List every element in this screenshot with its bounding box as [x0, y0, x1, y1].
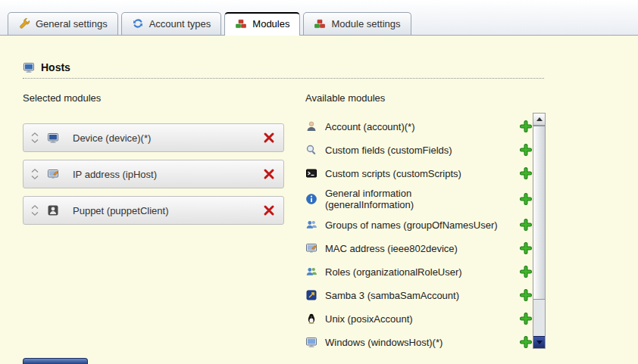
modules-icon — [235, 17, 247, 30]
available-module-row-custom-fields: Custom fields (customFields) — [305, 141, 533, 159]
info-icon — [305, 193, 317, 205]
groups-icon — [305, 219, 317, 231]
drag-handle-icon[interactable] — [31, 132, 40, 143]
available-module-row-custom-scripts: Custom scripts (customScripts) — [305, 164, 533, 182]
available-module-row-roles: Roles (organizationalRoleUser) — [305, 263, 533, 281]
available-module-row-groups-of-names: Groups of names (groupOfNamesUser) — [305, 216, 533, 234]
tab-label: Module settings — [331, 18, 400, 30]
available-module-row-samba-3: Samba 3 (sambaSamAccount) — [305, 286, 533, 304]
available-module-row-general-information: General information (generalInformation) — [305, 188, 533, 210]
add-module-button[interactable] — [519, 218, 533, 232]
selected-module-label: Puppet (puppetClient) — [73, 205, 262, 216]
host-monitor-icon — [23, 61, 35, 73]
unix-icon — [305, 313, 317, 325]
selected-modules-column: Selected modules Device (device)(*) — [23, 92, 288, 349]
scroll-down-arrow-icon — [536, 341, 543, 344]
tab-label: Account types — [149, 18, 211, 30]
available-module-label: Unix (posixAccount) — [325, 313, 498, 325]
available-module-label: Custom scripts (customScripts) — [325, 168, 498, 179]
scroll-up-arrow-icon — [536, 117, 543, 121]
available-module-row-account: Account (account)(*) — [305, 117, 533, 135]
add-module-button[interactable] — [519, 143, 533, 157]
tab-modules[interactable]: Modules — [224, 12, 300, 36]
module-settings-icon — [314, 17, 326, 30]
remove-module-button[interactable] — [262, 204, 276, 217]
add-module-button[interactable] — [519, 241, 533, 255]
module-configuration-page: General settings Account types Modules M… — [0, 0, 638, 364]
tab-label: General settings — [36, 18, 108, 30]
device-icon — [47, 132, 59, 144]
puppet-icon — [47, 204, 59, 216]
available-module-label: Roles (organizationalRoleUser) — [325, 266, 498, 278]
module-columns: Selected modules Device (device)(*) — [23, 92, 615, 349]
available-module-label: Samba 3 (sambaSamAccount) — [325, 290, 498, 301]
add-module-button[interactable] — [519, 166, 533, 180]
section-header-hosts: Hosts — [23, 61, 544, 79]
available-module-row-windows: Windows (windowsHost)(*) — [305, 333, 533, 349]
tab-bar: General settings Account types Modules M… — [0, 0, 638, 36]
add-module-button[interactable] — [519, 312, 533, 325]
available-module-row-unix: Unix (posixAccount) — [305, 310, 533, 328]
custom-scripts-icon — [305, 167, 317, 179]
selected-module-label: IP address (ipHost) — [73, 169, 262, 180]
tab-account-types[interactable]: Account types — [121, 12, 222, 35]
selected-modules-heading: Selected modules — [23, 92, 288, 104]
tab-general-settings[interactable]: General settings — [8, 12, 118, 35]
drag-handle-icon[interactable] — [31, 169, 40, 179]
tab-label: Modules — [252, 18, 289, 30]
selected-module-row-device[interactable]: Device (device)(*) — [23, 123, 284, 152]
ip-address-icon — [47, 168, 59, 180]
available-modules-heading: Available modules — [305, 92, 548, 104]
selected-module-row-ip-address[interactable]: IP address (ipHost) — [23, 160, 284, 188]
selected-module-row-puppet[interactable]: Puppet (puppetClient) — [23, 196, 284, 225]
remove-module-button[interactable] — [262, 131, 276, 145]
windows-icon — [305, 336, 317, 348]
available-module-label: Custom fields (customFields) — [325, 145, 498, 156]
add-module-button[interactable] — [519, 335, 533, 349]
add-module-button[interactable] — [519, 192, 533, 206]
roles-icon — [305, 266, 317, 278]
content-area: Hosts Selected modules Device (device)(*… — [0, 61, 638, 349]
custom-fields-icon — [305, 144, 317, 156]
available-module-label: Account (account)(*) — [325, 121, 498, 132]
bottom-button-partial[interactable] — [23, 358, 88, 364]
scrollbar-thumb[interactable] — [533, 126, 545, 300]
account-icon — [305, 120, 317, 132]
add-module-button[interactable] — [519, 288, 533, 302]
scroll-down-button[interactable] — [533, 336, 545, 348]
available-module-row-mac-address: MAC address (ieee802device) — [305, 239, 533, 257]
scroll-up-button[interactable] — [533, 114, 545, 126]
section-title: Hosts — [41, 61, 70, 73]
scrollbar-track[interactable] — [533, 300, 545, 336]
samba-icon — [305, 289, 317, 301]
available-module-label: Groups of names (groupOfNamesUser) — [325, 219, 498, 231]
available-module-label: Windows (windowsHost)(*) — [325, 337, 498, 348]
remove-module-button[interactable] — [262, 167, 276, 181]
selected-module-label: Device (device)(*) — [73, 132, 262, 144]
available-modules-scrollbar[interactable] — [533, 113, 546, 349]
account-types-icon — [132, 17, 144, 30]
available-module-label: General information (generalInformation) — [325, 188, 498, 210]
available-modules-list: Account (account)(*) Custom fields (cust… — [305, 113, 533, 349]
available-modules-viewport: Account (account)(*) Custom fields (cust… — [305, 113, 548, 349]
add-module-button[interactable] — [519, 120, 533, 133]
tools-icon — [18, 17, 30, 30]
drag-handle-icon[interactable] — [31, 205, 40, 216]
available-module-label: MAC address (ieee802device) — [325, 243, 498, 254]
available-modules-column: Available modules Account (account)(*) — [305, 92, 548, 349]
add-module-button[interactable] — [519, 265, 533, 278]
mac-address-icon — [305, 242, 317, 254]
selected-modules-list: Device (device)(*) IP address (ipHost) — [23, 123, 288, 225]
tab-module-settings[interactable]: Module settings — [303, 12, 411, 35]
